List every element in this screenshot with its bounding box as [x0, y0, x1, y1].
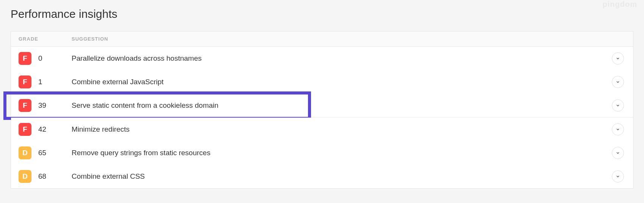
- expand-cell: [610, 170, 625, 183]
- expand-cell: [610, 147, 625, 159]
- grade-badge: D: [19, 146, 31, 159]
- grade-badge: F: [19, 123, 31, 136]
- suggestion-cell: Remove query strings from static resourc…: [72, 149, 610, 157]
- expand-button[interactable]: [612, 147, 624, 159]
- table-row[interactable]: F42Minimize redirects: [11, 118, 633, 141]
- suggestion-cell: Combine external CSS: [72, 172, 610, 181]
- grade-badge: F: [19, 52, 31, 65]
- expand-cell: [610, 52, 625, 65]
- chevron-down-icon: [616, 125, 620, 134]
- column-header-grade: GRADE: [19, 36, 72, 42]
- expand-button[interactable]: [612, 76, 624, 88]
- grade-score: 42: [38, 125, 46, 134]
- suggestion-cell: Minimize redirects: [72, 125, 610, 134]
- table-row-wrapper: F0Parallelize downloads across hostnames: [11, 47, 633, 70]
- grade-badge: F: [19, 99, 31, 112]
- table-row[interactable]: D68Combine external CSS: [11, 165, 633, 188]
- chevron-down-icon: [616, 78, 620, 86]
- grade-score: 1: [38, 78, 42, 86]
- grade-cell: F1: [19, 76, 72, 88]
- chevron-down-icon: [616, 172, 620, 181]
- grade-score: 65: [38, 149, 46, 157]
- table-body: F0Parallelize downloads across hostnames…: [11, 47, 633, 188]
- chevron-down-icon: [616, 149, 620, 157]
- grade-badge: F: [19, 76, 31, 88]
- grade-cell: F42: [19, 123, 72, 136]
- table-row-wrapper: F39Serve static content from a cookieles…: [11, 94, 633, 118]
- page-title: Performance insights: [11, 8, 633, 20]
- grade-score: 39: [38, 101, 46, 110]
- grade-cell: F0: [19, 52, 72, 65]
- expand-button[interactable]: [612, 170, 624, 183]
- insights-table: GRADE SUGGESTION F0Parallelize downloads…: [11, 31, 633, 189]
- table-row[interactable]: F39Serve static content from a cookieles…: [11, 94, 633, 118]
- watermark-text: pingdom: [603, 0, 637, 9]
- table-row-wrapper: F42Minimize redirects: [11, 118, 633, 141]
- grade-badge: D: [19, 170, 31, 183]
- suggestion-cell: Serve static content from a cookieless d…: [72, 101, 610, 110]
- expand-cell: [610, 76, 625, 88]
- suggestion-cell: Combine external JavaScript: [72, 78, 610, 86]
- insights-container: Performance insights GRADE SUGGESTION F0…: [0, 0, 644, 189]
- table-row[interactable]: D65Remove query strings from static reso…: [11, 141, 633, 165]
- table-row[interactable]: F1Combine external JavaScript: [11, 70, 633, 94]
- expand-button[interactable]: [612, 99, 624, 112]
- grade-cell: D68: [19, 170, 72, 183]
- chevron-down-icon: [616, 101, 620, 110]
- grade-cell: D65: [19, 146, 72, 159]
- column-header-suggestion: SUGGESTION: [72, 36, 610, 42]
- suggestion-cell: Parallelize downloads across hostnames: [72, 54, 610, 63]
- table-header: GRADE SUGGESTION: [11, 31, 633, 47]
- table-row-wrapper: D68Combine external CSS: [11, 165, 633, 188]
- grade-score: 68: [38, 172, 46, 181]
- table-row-wrapper: D65Remove query strings from static reso…: [11, 141, 633, 165]
- grade-cell: F39: [19, 99, 72, 112]
- chevron-down-icon: [616, 54, 620, 63]
- table-row-wrapper: F1Combine external JavaScript: [11, 70, 633, 94]
- expand-button[interactable]: [612, 52, 624, 65]
- expand-button[interactable]: [612, 123, 624, 135]
- expand-cell: [610, 123, 625, 135]
- grade-score: 0: [38, 54, 42, 63]
- expand-cell: [610, 99, 625, 112]
- table-row[interactable]: F0Parallelize downloads across hostnames: [11, 47, 633, 70]
